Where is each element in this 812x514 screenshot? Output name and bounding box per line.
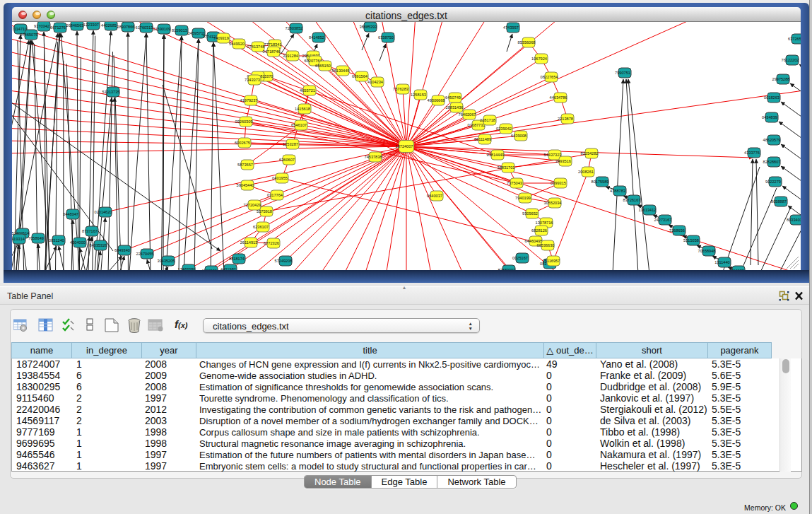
svg-text:5873557: 5873557 xyxy=(237,163,253,167)
svg-text:4333776: 4333776 xyxy=(744,151,760,155)
svg-text:08227654: 08227654 xyxy=(541,75,558,79)
svg-text:5449920: 5449920 xyxy=(229,42,245,46)
svg-text:6849340: 6849340 xyxy=(114,248,130,252)
svg-text:97114710: 97114710 xyxy=(12,27,27,31)
svg-text:4743957: 4743957 xyxy=(503,25,519,30)
svg-text:07413748: 07413748 xyxy=(247,45,265,49)
svg-text:9170342: 9170342 xyxy=(34,24,49,28)
svg-text:26846563: 26846563 xyxy=(66,23,84,28)
svg-text:61760313: 61760313 xyxy=(136,25,153,30)
svg-text:1419314: 1419314 xyxy=(12,237,25,241)
svg-text:1067924: 1067924 xyxy=(531,57,547,61)
svg-text:4104234: 4104234 xyxy=(367,80,383,84)
svg-text:1258153: 1258153 xyxy=(411,93,426,97)
svg-text:59045440: 59045440 xyxy=(237,183,254,187)
svg-text:97465075: 97465075 xyxy=(20,33,38,37)
svg-text:30552034: 30552034 xyxy=(544,201,562,205)
svg-text:6236107: 6236107 xyxy=(253,225,269,229)
svg-text:4402685: 4402685 xyxy=(101,23,117,28)
svg-text:7375043: 7375043 xyxy=(507,181,522,185)
svg-text:0434839: 0434839 xyxy=(762,115,777,119)
svg-text:60536630: 60536630 xyxy=(537,243,555,247)
svg-text:30435205: 30435205 xyxy=(158,259,175,263)
svg-text:28831436: 28831436 xyxy=(446,105,464,110)
svg-text:4504000: 4504000 xyxy=(70,240,86,245)
svg-text:0431955: 0431955 xyxy=(272,176,288,180)
svg-text:2213878: 2213878 xyxy=(558,117,573,121)
svg-text:28907866: 28907866 xyxy=(117,25,135,29)
svg-text:21590109: 21590109 xyxy=(153,27,171,31)
svg-text:6450749: 6450749 xyxy=(445,95,461,100)
svg-text:0317764: 0317764 xyxy=(267,193,283,197)
svg-text:93814449: 93814449 xyxy=(487,153,505,157)
svg-text:6439008: 6439008 xyxy=(511,134,526,138)
svg-text:6772326: 6772326 xyxy=(264,241,279,245)
svg-text:8737167: 8737167 xyxy=(82,229,98,233)
svg-text:7058649: 7058649 xyxy=(28,236,44,240)
svg-text:26114913: 26114913 xyxy=(240,240,257,245)
svg-text:1311440: 1311440 xyxy=(714,260,729,264)
svg-text:56130445: 56130445 xyxy=(332,69,350,73)
svg-text:3268656: 3268656 xyxy=(669,228,685,233)
svg-text:74537838: 74537838 xyxy=(365,155,382,159)
svg-text:76122202: 76122202 xyxy=(782,58,799,62)
svg-text:0025167: 0025167 xyxy=(512,256,528,260)
svg-text:6546107: 6546107 xyxy=(291,123,307,127)
svg-text:51313735: 51313735 xyxy=(102,90,120,94)
svg-text:04718746: 04718746 xyxy=(263,49,281,54)
svg-text:22470455: 22470455 xyxy=(136,252,154,256)
svg-text:2008261: 2008261 xyxy=(578,170,594,174)
svg-text:3191284: 3191284 xyxy=(283,54,298,58)
svg-text:26116957: 26116957 xyxy=(543,259,560,263)
svg-text:82828807: 82828807 xyxy=(763,160,781,164)
svg-text:86111489: 86111489 xyxy=(474,137,491,141)
svg-text:7576283: 7576283 xyxy=(393,87,408,91)
svg-text:0640037: 0640037 xyxy=(427,194,442,198)
svg-text:4431982: 4431982 xyxy=(220,267,236,270)
svg-text:8033401: 8033401 xyxy=(787,218,801,222)
svg-text:44634786: 44634786 xyxy=(550,95,567,100)
svg-text:83726167: 83726167 xyxy=(623,198,641,202)
svg-text:38831701: 38831701 xyxy=(498,165,515,170)
svg-text:5515058: 5515058 xyxy=(683,238,699,243)
svg-text:57249208: 57249208 xyxy=(275,259,293,263)
svg-text:8159013: 8159013 xyxy=(172,28,187,33)
svg-text:82889093: 82889093 xyxy=(498,268,516,270)
svg-text:6372651: 6372651 xyxy=(788,37,801,41)
svg-text:5575918: 5575918 xyxy=(257,209,272,214)
svg-text:80175989: 80175989 xyxy=(592,180,609,184)
svg-text:38885393: 38885393 xyxy=(360,25,377,29)
svg-text:7940199: 7940199 xyxy=(515,196,531,200)
svg-text:6565150: 6565150 xyxy=(315,64,331,68)
svg-text:6002675: 6002675 xyxy=(235,141,250,145)
svg-text:8818174: 8818174 xyxy=(229,257,245,261)
svg-text:9305652: 9305652 xyxy=(522,211,538,216)
svg-text:18724007: 18724007 xyxy=(396,144,413,148)
svg-text:09260309: 09260309 xyxy=(235,119,253,124)
svg-text:1223307: 1223307 xyxy=(83,23,99,27)
svg-text:0239042: 0239042 xyxy=(496,127,512,131)
svg-text:6671276: 6671276 xyxy=(50,25,66,30)
svg-text:41979237: 41979237 xyxy=(240,98,258,103)
svg-text:8058887: 8058887 xyxy=(771,199,787,204)
svg-text:77718341: 77718341 xyxy=(264,42,282,47)
svg-text:2281718: 2281718 xyxy=(480,118,495,122)
svg-text:82254282: 82254282 xyxy=(581,151,599,156)
svg-text:7990751: 7990751 xyxy=(615,71,630,75)
svg-text:2493516: 2493516 xyxy=(555,159,571,163)
svg-text:0831240: 0831240 xyxy=(49,238,64,243)
svg-text:7409319: 7409319 xyxy=(213,36,229,40)
svg-text:4126906: 4126906 xyxy=(201,269,217,270)
svg-text:3448347: 3448347 xyxy=(63,212,78,216)
svg-text:84335326: 84335326 xyxy=(90,243,107,247)
svg-text:8414852: 8414852 xyxy=(309,35,324,40)
svg-text:6360607: 6360607 xyxy=(279,158,295,162)
svg-text:13078716: 13078716 xyxy=(536,221,553,225)
svg-text:17483380: 17483380 xyxy=(178,267,196,270)
svg-text:72720429: 72720429 xyxy=(244,203,261,207)
svg-text:49306668: 49306668 xyxy=(428,98,445,103)
svg-text:72803852: 72803852 xyxy=(286,26,303,30)
svg-text:0018263: 0018263 xyxy=(764,95,779,100)
svg-text:6828126: 6828126 xyxy=(531,228,547,233)
svg-text:70658948: 70658948 xyxy=(698,249,716,253)
